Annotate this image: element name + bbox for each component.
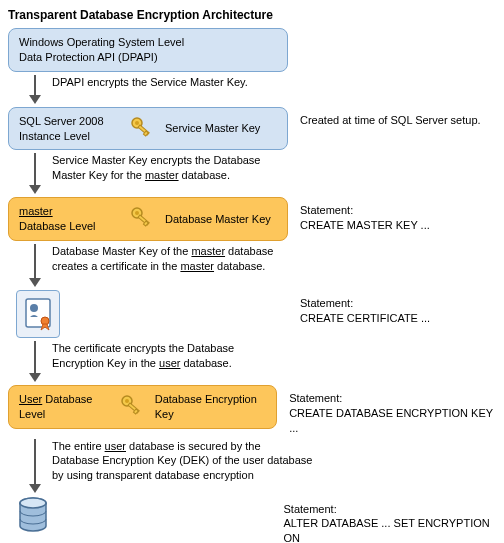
arrow5-line2: Database Encryption Key (DEK) of the use… [52,453,312,468]
arrow-icon [28,153,42,194]
instance-level-box: SQL Server 2008 Instance Level Service M… [8,107,288,151]
master-db-line1: master [19,204,119,219]
arrow4-line1: The certificate encrypts the Database [52,341,234,356]
stmt5-text: CREATE DATABASE ENCRYPTION KEY ... [289,406,496,436]
arrow2-line1: Service Master Key encrypts the Database [52,153,260,168]
instance-line1: SQL Server 2008 [19,114,119,129]
svg-point-16 [20,498,46,508]
certificate-icon [16,290,60,338]
svg-point-1 [135,121,139,125]
arrow3-line1: Database Master Key of the master databa… [52,244,273,259]
stmt6-label: Statement: [284,502,496,517]
arrow4-line2: Encryption Key in the user database. [52,356,234,371]
key-icon [129,205,155,233]
db-master-key-label: Database Master Key [165,212,271,227]
svg-point-12 [125,399,129,403]
key-icon [119,393,145,421]
stmt6-text: ALTER DATABASE ... SET ENCRYPTION ON [284,516,496,543]
os-level-line1: Windows Operating System Level [19,35,184,50]
key-icon [129,115,155,143]
service-master-key-label: Service Master Key [165,121,260,136]
diagram-title: Transparent Database Encryption Architec… [8,8,496,22]
stmt3-text: CREATE MASTER KEY ... [300,218,430,233]
stmt5-label: Statement: [289,391,496,406]
os-level-line2: Data Protection API (DPAPI) [19,50,184,65]
user-db-box: User Database Level Database Encryption … [8,385,277,429]
master-db-line2: Database Level [19,219,119,234]
stmt4-text: CREATE CERTIFICATE ... [300,311,430,326]
stmt3-label: Statement: [300,203,430,218]
database-icon [16,496,50,536]
instance-line2: Instance Level [19,129,119,144]
user-db-line1: User Database [19,392,109,407]
db-encryption-key-label: Database Encryption Key [155,392,266,422]
master-db-box: master Database Level Database Master Ke… [8,197,288,241]
svg-point-5 [135,211,139,215]
user-db-line2: Level [19,407,109,422]
arrow-icon [28,244,42,287]
arrow-icon [28,341,42,382]
stmt4-label: Statement: [300,296,430,311]
arrow3-line2: creates a certificate in the master data… [52,259,273,274]
arrow-icon [28,75,42,104]
svg-point-9 [30,304,38,312]
instance-side-text: Created at time of SQL Server setup. [300,107,481,128]
arrow1-text: DPAPI encrypts the Service Master Key. [52,75,248,90]
os-level-box: Windows Operating System Level Data Prot… [8,28,288,72]
arrow5-line1: The entire user database is secured by t… [52,439,312,454]
arrow5-line3: by using transparent database encryption [52,468,312,483]
arrow-icon [28,439,42,493]
arrow2-line2: Master Key for the master database. [52,168,260,183]
